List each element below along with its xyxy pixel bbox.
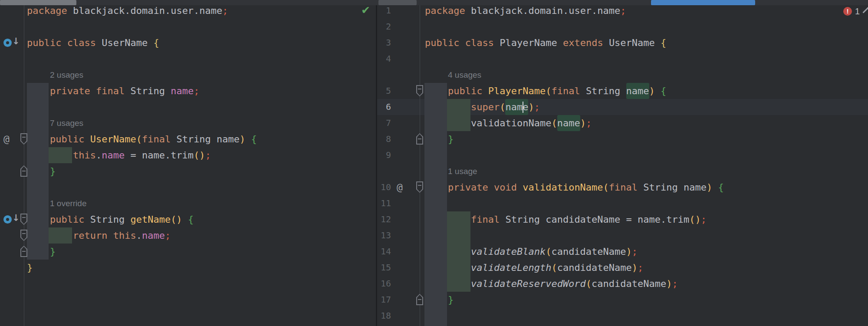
editor-splitter[interactable] [376,0,377,326]
line-number[interactable]: 8 [371,131,391,147]
code-token-p: ( [551,115,557,131]
right-scroll-thumb[interactable] [651,0,755,5]
code-line[interactable]: validateBlank(candidateName); [471,244,638,260]
usages-inlay-hint[interactable]: 1 override [50,195,87,211]
fold-marker-down[interactable] [416,181,423,193]
usages-inlay-hint[interactable]: 1 usage [448,163,477,179]
code-token-p: ( [551,260,557,276]
usages-inlay-hint[interactable]: 2 usages [50,67,83,83]
code-token-decl: getName [130,211,171,227]
chevron-up-icon[interactable] [862,7,868,17]
left-diff-band-grey [27,83,49,260]
line-number[interactable]: 18 [371,308,391,324]
line-number[interactable]: 13 [371,227,391,244]
code-line[interactable]: validateReservedWord(candidateName); [471,276,678,292]
code-token-kw: void [494,179,523,195]
code-token-kw: final [609,179,643,195]
code-token-semi: ; [194,83,199,99]
code-token-kw: final [471,211,505,227]
code-token-b1: { [153,35,159,51]
line-number[interactable]: 16 [371,276,391,292]
line-number[interactable]: 2 [371,19,391,35]
code-token-def [712,179,718,195]
code-token-def: . [96,147,102,163]
code-token-def: String name [176,131,240,147]
code-token-semi: ; [165,227,171,244]
code-token-it: validateBlank [471,244,546,260]
code-line[interactable]: this.name = name.trim(); [73,147,211,163]
annotation-gutter-icon[interactable]: @ [3,131,10,147]
fold-marker-dash [22,137,26,138]
code-line[interactable]: super(name); [471,99,540,115]
fold-marker-down[interactable] [20,230,27,241]
is-subclassed-gutter-icon[interactable]: ↓ [1,35,21,51]
code-token-decl: UserName [90,131,136,147]
fold-marker-down[interactable] [20,133,27,145]
code-token-decl: validationName [523,179,603,195]
code-token-p: ( [586,276,592,292]
inspections-ok-icon[interactable]: ✔ [361,3,374,17]
code-token-def: String name [643,179,707,195]
line-number[interactable]: 6 [371,99,391,115]
code-token-field: name [142,227,165,244]
code-token-semi: ; [672,276,678,292]
code-line[interactable]: public class UserName { [27,35,159,51]
fold-marker-down[interactable] [20,214,27,225]
line-number[interactable]: 11 [371,195,391,211]
code-line[interactable]: public class PlayerName extends UserName… [425,35,666,51]
is-subclassed-gutter-icon[interactable]: ↓ [1,211,21,227]
line-number[interactable]: 7 [371,115,391,131]
code-line[interactable]: } [27,260,33,276]
code-token-hl: name [557,115,580,131]
code-line[interactable]: } [50,163,56,179]
code-line[interactable]: validateLength(candidateName); [471,260,643,276]
line-number[interactable]: 9 [371,147,391,163]
inspections-widget[interactable]: ! 1 [843,6,868,17]
code-token-semi: ; [534,99,540,115]
code-token-def: String candidateName = name.trim [505,211,689,227]
code-line[interactable]: public String getName() { [50,211,194,227]
fold-marker-dash [22,171,26,171]
line-number[interactable]: 17 [371,292,391,308]
left-scroll-thumb[interactable] [0,0,76,5]
code-token-p: () [194,147,205,163]
code-token-kw: class [465,35,500,51]
down-arrow-icon: ↓ [12,36,20,46]
code-line[interactable]: return this.name; [73,227,171,244]
usages-inlay-hint[interactable]: 7 usages [50,115,83,131]
code-token-kw: public [50,211,90,227]
subclass-circle-hole [6,218,9,221]
code-token-kw: this [73,147,96,163]
fold-marker-up[interactable] [416,294,423,305]
code-line[interactable]: validationName(name); [471,115,592,131]
code-token-semi: ; [632,244,638,260]
code-token-kw: extends [563,35,609,51]
line-number[interactable]: 12 [371,211,391,227]
fold-marker-up[interactable] [416,133,423,145]
annotation-gutter-icon[interactable]: @ [397,179,403,195]
code-line[interactable]: private void validationName(final String… [448,179,724,195]
code-token-semi: ; [638,260,643,276]
fold-marker-dash [418,89,421,89]
fold-marker-down[interactable] [416,85,423,96]
usages-inlay-hint[interactable]: 4 usages [448,67,481,83]
line-number[interactable]: 5 [371,83,391,99]
code-line[interactable]: private final String name; [50,83,199,99]
line-number[interactable]: 10 [371,179,391,195]
fold-marker-up[interactable] [20,246,27,257]
code-token-p: ) [666,276,672,292]
code-token-it: validateReservedWord [471,276,586,292]
code-token-def [245,131,251,147]
code-line[interactable]: public UserName(final String name) { [50,131,257,147]
line-number[interactable]: 4 [371,51,391,67]
line-number[interactable]: 3 [371,35,391,51]
code-line[interactable]: } [448,131,454,147]
code-line[interactable]: } [448,292,454,308]
code-line[interactable]: final String candidateName = name.trim()… [471,211,707,227]
fold-marker-up[interactable] [20,165,27,177]
line-number[interactable]: 14 [371,244,391,260]
code-line[interactable]: } [50,244,56,260]
code-line[interactable]: public PlayerName(final String name) { [448,83,666,99]
code-token-field: name [171,83,194,99]
line-number[interactable]: 15 [371,260,391,276]
